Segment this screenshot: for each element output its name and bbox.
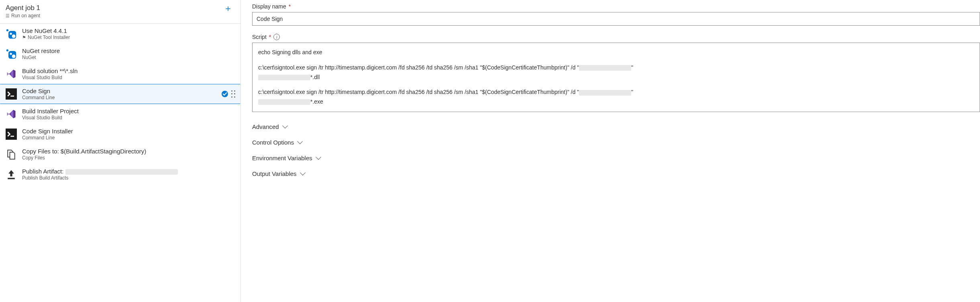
task-row-publish-artifact[interactable]: Publish Artifact: Publish Build Artifact… [0, 164, 240, 184]
output-variables-section-toggle[interactable]: Output Variables [252, 167, 980, 180]
task-subtitle: NuGet [22, 55, 235, 60]
checkmark-icon [222, 91, 228, 97]
script-field: Script* i echo Signing dlls and exe c:\c… [252, 34, 980, 112]
task-subtitle: Visual Studio Build [22, 115, 235, 120]
task-row-use-nuget[interactable]: Use NuGet 4.4.1 ⚑ NuGet Tool Installer [0, 24, 240, 44]
svg-point-2 [12, 35, 16, 38]
publish-icon [5, 168, 17, 180]
list-icon: ☰ [6, 13, 10, 18]
chevron-down-icon [300, 170, 306, 175]
command-line-icon [5, 88, 17, 100]
task-row-build-installer[interactable]: Build Installer Project Visual Studio Bu… [0, 104, 240, 124]
visual-studio-icon [5, 108, 17, 120]
svg-point-5 [10, 53, 12, 55]
task-list-pane: Agent job 1 ☰ Run on agent ＋ Use NuGet 4… [0, 0, 241, 302]
redacted-text [579, 90, 631, 96]
nuget-icon [5, 28, 17, 40]
task-title: Copy Files to: $(Build.ArtifactStagingDi… [22, 148, 235, 155]
task-subtitle: ⚑ NuGet Tool Installer [22, 35, 235, 40]
task-subtitle: Command Line [22, 135, 235, 141]
svg-rect-8 [6, 88, 17, 100]
display-name-label: Display name* [252, 3, 980, 10]
job-title: Agent job 1 [6, 4, 40, 12]
task-subtitle: Command Line [22, 95, 217, 100]
svg-rect-4 [8, 51, 16, 59]
svg-point-1 [10, 33, 12, 35]
advanced-section-toggle[interactable]: Advanced [252, 120, 980, 133]
task-subtitle: Copy Files [22, 155, 235, 161]
task-title: Code Sign [22, 88, 217, 94]
task-title: Publish Artifact: [22, 168, 235, 175]
svg-point-3 [6, 29, 8, 31]
task-status-badge [222, 90, 235, 98]
task-detail-pane: Display name* Script* i echo Signing dll… [241, 0, 980, 302]
svg-rect-0 [8, 31, 16, 39]
chevron-down-icon [316, 154, 321, 160]
env-variables-section-toggle[interactable]: Environment Variables [252, 151, 980, 165]
task-row-code-sign-installer[interactable]: Code Sign Installer Command Line [0, 124, 240, 144]
task-title: Build solution **\*.sln [22, 67, 235, 74]
svg-point-7 [6, 49, 8, 51]
task-title: Build Installer Project [22, 108, 235, 114]
nuget-icon [5, 48, 17, 60]
display-name-input[interactable] [252, 12, 980, 26]
task-row-copy-files[interactable]: Copy Files to: $(Build.ArtifactStagingDi… [0, 144, 240, 164]
task-subtitle: Publish Build Artifacts [22, 175, 235, 181]
svg-rect-12 [8, 178, 15, 180]
command-line-icon [5, 128, 17, 140]
job-header[interactable]: Agent job 1 ☰ Run on agent ＋ [0, 0, 240, 24]
script-label: Script* i [252, 34, 980, 40]
task-row-code-sign[interactable]: Code Sign Command Line [0, 84, 240, 104]
display-name-field: Display name* [252, 3, 980, 26]
redacted-text [258, 75, 310, 80]
copy-files-icon [5, 148, 17, 160]
control-options-section-toggle[interactable]: Control Options [252, 136, 980, 149]
chevron-down-icon [297, 139, 303, 144]
chevron-down-icon [282, 123, 288, 129]
script-input[interactable]: echo Signing dlls and exe c:\cert\signto… [252, 43, 980, 112]
drag-handle-icon[interactable] [231, 90, 235, 98]
task-title: Code Sign Installer [22, 128, 235, 135]
flag-icon: ⚑ [22, 35, 26, 40]
svg-rect-10 [6, 129, 17, 140]
task-title: Use NuGet 4.4.1 [22, 27, 235, 34]
redacted-text [258, 99, 310, 105]
add-task-button[interactable]: ＋ [222, 4, 234, 13]
task-row-nuget-restore[interactable]: NuGet restore NuGet [0, 44, 240, 64]
redacted-text [579, 65, 631, 71]
redacted-text [65, 169, 178, 175]
info-icon[interactable]: i [273, 34, 280, 40]
task-subtitle: Visual Studio Build [22, 75, 235, 80]
job-subtitle: ☰ Run on agent [6, 13, 40, 18]
task-list: Use NuGet 4.4.1 ⚑ NuGet Tool Installer N… [0, 24, 240, 184]
task-row-build-solution[interactable]: Build solution **\*.sln Visual Studio Bu… [0, 64, 240, 84]
svg-point-6 [12, 55, 16, 58]
visual-studio-icon [5, 68, 17, 80]
task-title: NuGet restore [22, 47, 235, 54]
